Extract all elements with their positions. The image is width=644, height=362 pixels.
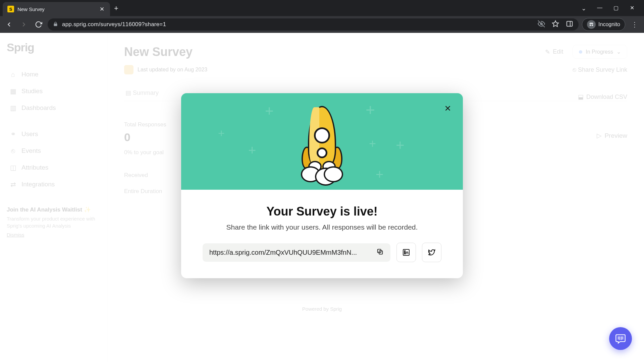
tab-bar: S New Survey ✕ + ⌄ — ▢ ✕ — [0, 0, 644, 16]
intercom-launcher[interactable] — [609, 327, 632, 350]
sparkle-icon: + — [369, 137, 376, 151]
modal-overlay[interactable]: + + + + + + + — [0, 33, 644, 362]
side-panel-icon[interactable] — [566, 20, 573, 29]
copy-icon — [376, 248, 384, 257]
share-url: https://a.sprig.com/ZmQxVUhQUU9EMmM3fnN.… — [209, 249, 372, 256]
survey-live-modal: + + + + + + + — [181, 93, 463, 278]
tab-favicon: S — [7, 6, 14, 12]
share-linkedin-button[interactable] — [396, 243, 416, 262]
sparkle-icon: + — [396, 137, 405, 154]
window-close-icon[interactable]: ✕ — [629, 5, 635, 12]
window-maximize-icon[interactable]: ▢ — [612, 5, 619, 12]
svg-rect-11 — [405, 252, 405, 254]
new-tab-button[interactable]: + — [114, 4, 118, 13]
browser-chrome: S New Survey ✕ + ⌄ — ▢ ✕ app.sprig.com/s… — [0, 0, 644, 33]
svg-rect-2 — [567, 21, 573, 26]
incognito-label: Incognito — [598, 21, 620, 27]
window-controls: ⌄ — ▢ ✕ — [580, 5, 641, 16]
nav-reload-icon[interactable] — [33, 19, 44, 30]
modal-description: Share the link with your users. All resp… — [197, 223, 447, 231]
modal-hero: + + + + + + + — [181, 93, 463, 190]
svg-point-4 — [590, 24, 591, 26]
nav-back-icon[interactable] — [3, 19, 15, 30]
tab-title: New Survey — [17, 6, 95, 12]
close-icon — [444, 105, 451, 112]
sparkle-icon: + — [265, 103, 274, 119]
browser-menu-icon[interactable]: ⋮ — [629, 20, 641, 28]
sparkle-icon: + — [248, 143, 256, 158]
modal-close-button[interactable] — [443, 103, 453, 113]
svg-point-5 — [592, 24, 593, 26]
modal-title: Your Survey is live! — [197, 204, 447, 219]
twitter-icon — [428, 248, 436, 256]
sparkle-icon: + — [366, 101, 375, 119]
linkedin-icon — [402, 248, 410, 256]
app-viewport: Sprig ⌂Home ▦Studies ▥Dashboards ⚭Users … — [0, 33, 644, 362]
sparkle-icon: + — [376, 167, 383, 182]
lock-icon — [53, 21, 58, 27]
incognito-badge[interactable]: Incognito — [582, 18, 625, 31]
tabs-dropdown-icon[interactable]: ⌄ — [580, 5, 587, 12]
nav-forward-icon[interactable] — [18, 19, 30, 30]
rocket-illustration — [288, 106, 356, 200]
svg-point-12 — [405, 250, 405, 251]
tab-close-icon[interactable]: ✕ — [99, 6, 105, 12]
intercom-icon — [615, 333, 626, 344]
bookmark-star-icon[interactable] — [552, 20, 559, 29]
url-text: app.sprig.com/surveys/116009?share=1 — [62, 21, 166, 28]
window-minimize-icon[interactable]: — — [596, 5, 603, 12]
sparkle-icon: + — [218, 127, 225, 140]
toolbar: app.sprig.com/surveys/116009?share=1 Inc… — [0, 16, 644, 33]
incognito-icon — [587, 20, 596, 29]
svg-marker-1 — [552, 20, 558, 26]
copy-link-field[interactable]: https://a.sprig.com/ZmQxVUhQUU9EMmM3fnN.… — [203, 243, 390, 262]
incognito-eye-icon[interactable] — [538, 20, 545, 29]
address-bar[interactable]: app.sprig.com/surveys/116009?share=1 — [48, 18, 579, 31]
share-twitter-button[interactable] — [422, 243, 441, 262]
browser-tab[interactable]: S New Survey ✕ — [3, 2, 110, 16]
